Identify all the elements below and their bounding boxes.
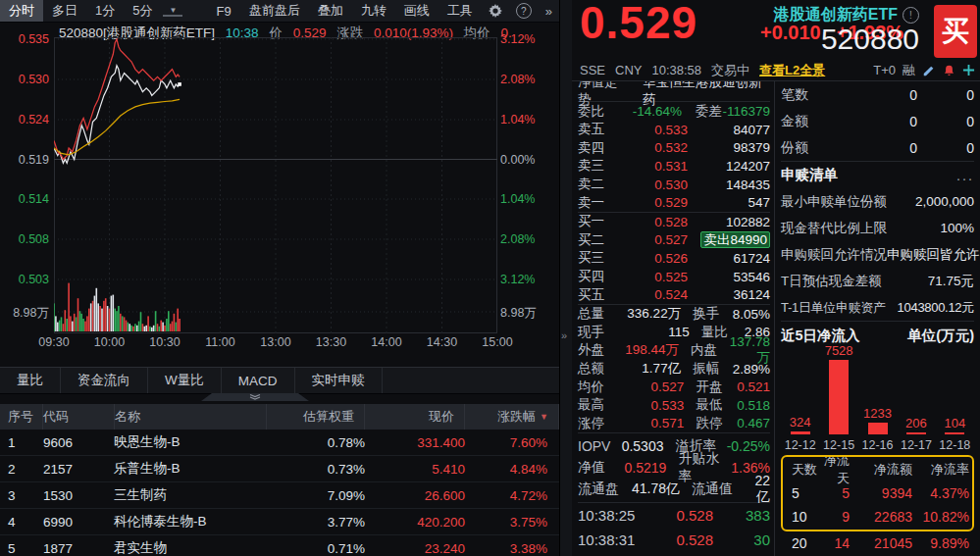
book-row[interactable]: 买五0.52436124 <box>578 285 770 304</box>
alert-bell-icon[interactable] <box>943 64 955 77</box>
menu-item-2[interactable]: 叠加 <box>309 0 352 22</box>
tab-实时申赎[interactable]: 实时申赎 <box>295 368 383 393</box>
level-label: 卖一 <box>578 194 617 212</box>
col-header-3[interactable]: 估算权重 <box>267 404 365 430</box>
cell: 4.72% <box>465 488 559 503</box>
table-row[interactable]: 22157乐普生物-B0.73%5.4104.84% <box>0 456 559 482</box>
net-inflow-title: 近5日净流入 单位(万元) <box>781 322 974 349</box>
flash-volume: 84990 <box>730 232 767 247</box>
counter-label: 笔数 <box>781 86 840 104</box>
expand-panel-icon[interactable]: » <box>561 329 567 341</box>
intraday-chart[interactable] <box>54 37 497 333</box>
menu-tab-2[interactable]: 1分 <box>86 0 124 22</box>
flow-bar-value: 7528 <box>825 343 853 358</box>
table-row[interactable]: 31530三生制药7.09%26.6004.72% <box>0 482 559 509</box>
level-volume: 53546 <box>688 270 770 284</box>
col-header-2[interactable]: 名称 <box>115 404 267 430</box>
menu-item-1[interactable]: 盘前盘后 <box>240 0 309 22</box>
l2-link[interactable]: 查看L2全景 <box>759 62 825 79</box>
table-row[interactable]: 19606映恩生物-B0.78%331.4007.60% <box>0 430 559 456</box>
stat-value: 0.5219 <box>620 460 666 476</box>
subscription-list-title[interactable]: 申赎清单 ... <box>781 162 974 188</box>
tab-W量比[interactable]: W量比 <box>148 368 222 393</box>
help-icon[interactable]: ? <box>509 0 539 22</box>
book-row[interactable]: 买三0.52661724 <box>578 249 770 268</box>
gear-icon[interactable] <box>482 0 509 22</box>
table-row[interactable]: 46990科伦博泰生物-B3.77%420.2003.75% <box>0 509 559 535</box>
cell: 4 <box>0 515 43 530</box>
flow-col-header: 净流率 <box>912 461 969 479</box>
trade-flash: 卖出84990 <box>700 231 770 248</box>
flow-col-header: 净流天 <box>823 455 850 487</box>
menu-tab-1[interactable]: 多日 <box>43 0 86 22</box>
stat-row: 外盘198.44万内盘137.78万 <box>578 341 770 360</box>
tab-量比[interactable]: 量比 <box>0 368 61 393</box>
cell: 420.200 <box>365 515 465 530</box>
stat-label: 换手 <box>693 305 733 323</box>
col-header-1[interactable]: 代码 <box>43 404 115 430</box>
y-left-label: 0.524 <box>4 113 49 126</box>
level-price: 0.526 <box>617 251 688 266</box>
cell: 5.410 <box>365 462 465 477</box>
counter-value: 0 <box>840 114 917 129</box>
book-row[interactable]: 卖五0.53384077 <box>578 121 770 139</box>
cell: 乐普生物-B <box>114 460 267 478</box>
stat-label: 净值 <box>578 459 620 477</box>
flow-table-outside: 2014210459.89% <box>781 531 974 555</box>
flow-cell: 9394 <box>850 485 912 501</box>
more-dots-icon[interactable]: ... <box>956 168 974 183</box>
quote-stats: 总量336.22万换手8.05%现手115量比2.86外盘198.44万内盘13… <box>578 305 770 432</box>
flow-x-label: 12-18 <box>939 438 970 452</box>
menu-tab-3[interactable]: 5分 <box>124 0 161 22</box>
tab-MACD[interactable]: MACD <box>222 368 295 393</box>
iopv-row: IOPV0.5303溢折率-0.25% <box>578 435 770 457</box>
subscription-row: T日预估现金差额71.75元 <box>781 268 974 294</box>
book-row[interactable]: 卖四0.53298379 <box>578 139 770 158</box>
subscription-value: 2,000,000 <box>915 194 974 209</box>
level-label: 买三 <box>578 249 617 267</box>
col-header-4[interactable]: 现价 <box>365 404 465 430</box>
col-header-0[interactable]: 序号 <box>0 404 43 430</box>
book-row[interactable]: 卖一0.529547 <box>578 193 770 212</box>
more-menu-icon[interactable]: » <box>539 0 559 22</box>
book-row[interactable]: 买二0.527卖出84990 <box>578 231 770 250</box>
cell: 君实生物 <box>114 539 267 556</box>
book-row[interactable]: 卖二0.530148435 <box>578 176 770 194</box>
cell: 2 <box>0 462 43 477</box>
cell: 331.400 <box>365 435 465 450</box>
last-price: 0.529 <box>580 0 697 49</box>
menu-item-0[interactable]: F9 <box>208 0 240 22</box>
menu-item-5[interactable]: 工具 <box>438 0 482 22</box>
book-row[interactable]: 卖三0.531124207 <box>578 157 770 176</box>
info-icon[interactable]: ! <box>903 7 919 24</box>
iopv-row: 流通盘41.78亿流通值22亿 <box>578 479 770 500</box>
nav-row[interactable]: 净值走势 华宝恒生港股通创新药 <box>578 81 770 102</box>
stat-label: 跌停 <box>696 415 737 432</box>
net-inflow-label: 近5日净流入 <box>781 327 860 345</box>
edit-icon[interactable] <box>922 64 936 77</box>
book-row[interactable]: 买四0.52553546 <box>578 268 770 286</box>
flow-table-row: 2014210459.89% <box>786 531 969 555</box>
col-header-5[interactable]: 涨跌幅▼ <box>465 404 559 430</box>
buy-button[interactable]: 买 <box>934 5 977 58</box>
book-row[interactable]: 买一0.528102882 <box>578 213 770 231</box>
stat-row: 总额1.77亿振幅2.89% <box>578 360 770 379</box>
tick-volume: 383 <box>713 507 770 524</box>
stat-value: 0.521 <box>737 379 770 394</box>
menu-item-3[interactable]: 九转 <box>352 0 395 22</box>
flow-cell: 4.37% <box>912 485 969 501</box>
collapse-handle[interactable] <box>201 393 309 401</box>
subscription-label: 最小申赎单位份额 <box>781 193 887 211</box>
menu-item-4[interactable]: 画线 <box>395 0 438 22</box>
tab-资金流向[interactable]: 资金流向 <box>61 368 148 393</box>
add-icon[interactable] <box>962 64 975 76</box>
y-right-label: 2.08% <box>500 73 547 86</box>
period-dropdown-icon[interactable]: ▼ <box>163 5 182 17</box>
subscription-row: T-1日单位申赎资产1043800.12元 <box>781 294 974 321</box>
table-row[interactable]: 51877君实生物0.71%23.2403.38% <box>0 535 559 556</box>
menu-tab-0[interactable]: 分时 <box>0 0 43 22</box>
subscription-value: 71.75元 <box>928 273 974 290</box>
stat-row: 均价0.527开盘0.521 <box>578 378 770 396</box>
cell: 26.600 <box>365 488 465 503</box>
holdings-header: 序号代码名称估算权重现价涨跌幅▼ <box>0 404 559 430</box>
